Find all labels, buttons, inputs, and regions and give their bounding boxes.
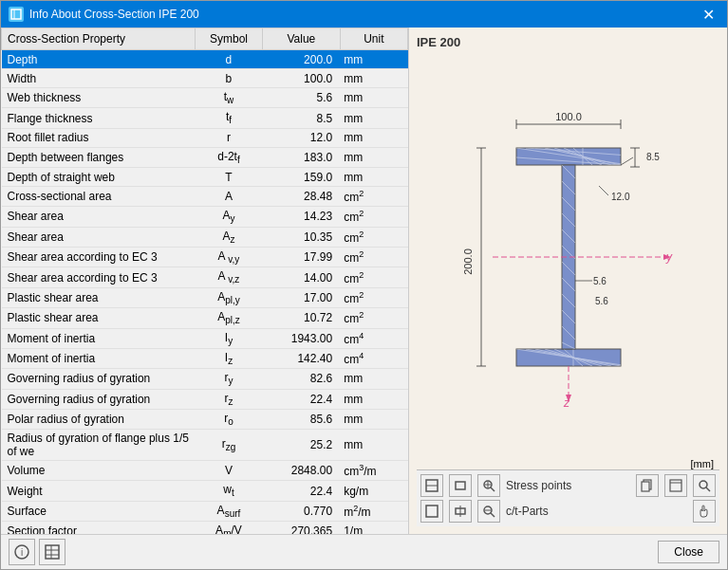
cell-unit: 1/m — [340, 522, 407, 534]
close-window-button[interactable]: ✕ — [697, 3, 719, 26]
cell-unit: cm2 — [340, 247, 407, 267]
cell-value: 14.23 — [263, 207, 341, 227]
svg-rect-63 — [456, 482, 465, 489]
left-panel: Cross-Section Property Symbol Value Unit… — [1, 28, 409, 534]
cell-unit: mm — [340, 430, 407, 461]
table-row[interactable]: Widthb100.0mm — [2, 69, 408, 88]
cell-value: 100.0 — [263, 69, 341, 88]
col-header-value: Value — [263, 28, 341, 50]
table-row[interactable]: Root fillet radiusr12.0mm — [2, 128, 408, 147]
cell-unit: cm3/m — [340, 461, 407, 481]
info-icon-btn[interactable]: i — [9, 539, 35, 565]
table-icon-btn[interactable] — [39, 539, 65, 565]
cell-unit: cm2 — [340, 207, 407, 227]
cell-symbol: Iz — [195, 348, 262, 368]
table-row[interactable]: Governing radius of gyrationrz22.4mm — [2, 389, 408, 409]
table-row[interactable]: Shear area according to EC 3A v,z14.00cm… — [2, 267, 408, 287]
cell-property: Moment of inertia — [2, 348, 196, 368]
cell-symbol: A — [195, 187, 262, 207]
rect-icon-btn-2[interactable] — [449, 500, 472, 523]
cell-value: 17.99 — [263, 247, 341, 267]
cell-property: Depth of straight web — [2, 168, 196, 187]
cell-symbol: Az — [195, 227, 262, 247]
svg-rect-70 — [670, 480, 681, 491]
svg-text:100.0: 100.0 — [555, 111, 582, 122]
cell-unit: cm2 — [340, 287, 407, 307]
table-row[interactable]: Shear area according to EC 3A v,y17.99cm… — [2, 247, 408, 267]
content-area: Cross-Section Property Symbol Value Unit… — [1, 28, 727, 534]
table-row[interactable]: Cross-sectional areaA28.48cm2 — [2, 187, 408, 207]
cell-value: 25.2 — [263, 430, 341, 461]
table-row[interactable]: Flange thicknesstf8.5mm — [2, 108, 408, 128]
cell-symbol: T — [195, 168, 262, 187]
cell-unit: mm — [340, 88, 407, 108]
toolbar-row-1: Stress points — [420, 474, 716, 497]
table-row[interactable]: Depth between flangesd-2tf183.0mm — [2, 147, 408, 167]
window-icon-btn[interactable] — [664, 474, 687, 497]
cell-symbol: tf — [195, 108, 262, 128]
cell-symbol: Am/V — [195, 522, 262, 534]
cell-property: Moment of inertia — [2, 328, 196, 348]
ct-parts-label: c/t-Parts — [506, 505, 549, 518]
cell-symbol: A v,y — [195, 247, 262, 267]
cell-property: Web thickness — [2, 88, 196, 108]
svg-text:5.6: 5.6 — [595, 296, 608, 306]
table-row[interactable]: Moment of inertiaIy1943.00cm4 — [2, 328, 408, 348]
table-row[interactable]: Depth of straight webT159.0mm — [2, 168, 408, 187]
diagram-area: 100.0 200.0 8.5 12.0 — [417, 57, 719, 456]
properties-table: Cross-Section Property Symbol Value Unit… — [1, 28, 408, 534]
table-row[interactable]: VolumeV2848.00cm3/m — [2, 461, 408, 481]
cell-symbol: Apl,y — [195, 287, 262, 307]
svg-rect-82 — [46, 545, 59, 559]
hand-icon-btn[interactable] — [693, 500, 716, 523]
table-row[interactable]: Weightwt22.4kg/m — [2, 481, 408, 501]
frame-icon-btn-1[interactable] — [420, 474, 443, 497]
cell-value: 14.00 — [263, 267, 341, 287]
table-row[interactable]: Depthd200.0mm — [2, 50, 408, 69]
cell-symbol: ry — [195, 369, 262, 389]
table-row[interactable]: Radius of gyration of flange plus 1/5 of… — [2, 430, 408, 461]
table-row[interactable]: Governing radius of gyrationry82.6mm — [2, 369, 408, 389]
cell-value: 10.72 — [263, 308, 341, 328]
table-row[interactable]: Shear areaAz10.35cm2 — [2, 227, 408, 247]
cell-value: 1943.00 — [263, 328, 341, 348]
toolbar-row-2: c/t-Parts — [420, 500, 716, 523]
zoom-icon-btn-2[interactable] — [477, 500, 500, 523]
cell-value: 159.0 — [263, 168, 341, 187]
rect-icon-btn-1[interactable] — [449, 474, 472, 497]
table-row[interactable]: Shear areaAy14.23cm2 — [2, 207, 408, 227]
cell-unit: mm — [340, 128, 407, 147]
cell-symbol: d-2tf — [195, 147, 262, 167]
right-panel: IPE 200 100.0 — [409, 28, 727, 534]
cell-symbol: r — [195, 128, 262, 147]
cell-symbol: rzg — [195, 430, 262, 461]
table-row[interactable]: Web thicknesstw5.6mm — [2, 88, 408, 108]
table-row[interactable]: Polar radius of gyrationro85.6mm — [2, 410, 408, 430]
cell-property: Shear area according to EC 3 — [2, 247, 196, 267]
table-row[interactable]: Plastic shear areaApl,z10.72cm2 — [2, 308, 408, 328]
table-container[interactable]: Cross-Section Property Symbol Value Unit… — [1, 28, 408, 534]
cell-unit: cm4 — [340, 328, 407, 348]
close-button[interactable]: Close — [658, 541, 719, 563]
cell-property: Shear area according to EC 3 — [2, 267, 196, 287]
table-row[interactable]: Moment of inertiaIz142.40cm4 — [2, 348, 408, 368]
col-header-unit: Unit — [340, 28, 407, 50]
cell-property: Polar radius of gyration — [2, 410, 196, 430]
cell-value: 82.6 — [263, 369, 341, 389]
search-icon-btn[interactable] — [693, 474, 716, 497]
svg-text:200.0: 200.0 — [462, 248, 474, 275]
cell-property: Cross-sectional area — [2, 187, 196, 207]
cell-property: Plastic shear area — [2, 287, 196, 307]
cell-symbol: Ay — [195, 207, 262, 227]
table-row[interactable]: Section factorAm/V270.3651/m — [2, 522, 408, 534]
table-row[interactable]: Plastic shear areaApl,y17.00cm2 — [2, 287, 408, 307]
copy-icon-btn[interactable] — [636, 474, 659, 497]
cell-unit: mm — [340, 389, 407, 409]
zoom-icon-btn-1[interactable] — [477, 474, 500, 497]
bottom-icons: i — [9, 539, 65, 565]
cell-value: 2848.00 — [263, 461, 341, 481]
table-row[interactable]: SurfaceAsurf0.770m2/m — [2, 501, 408, 521]
cell-value: 22.4 — [263, 481, 341, 501]
cell-value: 17.00 — [263, 287, 341, 307]
frame-icon-btn-2[interactable] — [420, 500, 443, 523]
